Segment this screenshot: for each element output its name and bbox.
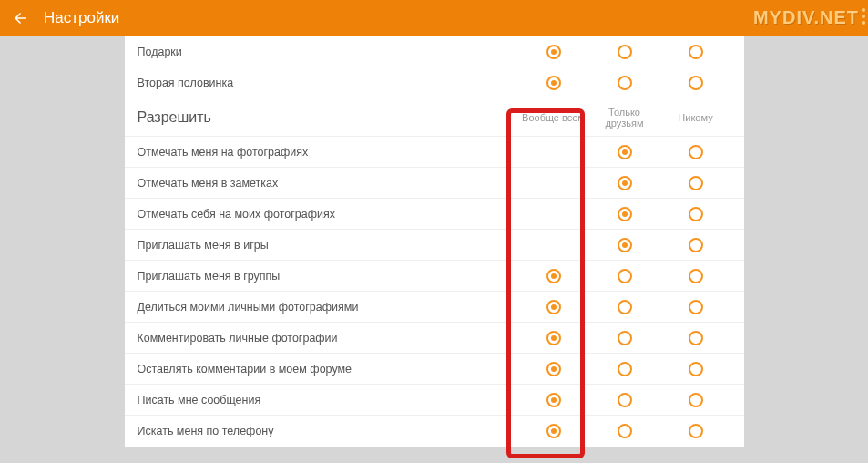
radio-cell xyxy=(518,331,589,345)
radio-button[interactable] xyxy=(618,207,632,221)
overflow-menu-icon[interactable] xyxy=(862,8,865,25)
radio-cell xyxy=(660,393,731,407)
setting-label: Искать меня по телефону xyxy=(138,425,518,437)
panel-container: ПодаркиВторая половинка Разрешить Вообще… xyxy=(0,36,868,447)
setting-row: Подарки xyxy=(125,36,744,67)
radio-button[interactable] xyxy=(689,362,703,376)
radio-cell xyxy=(589,331,660,345)
radio-button[interactable] xyxy=(546,393,561,407)
radio-button[interactable] xyxy=(546,362,561,376)
radio-button[interactable] xyxy=(689,45,703,59)
radio-cell xyxy=(660,238,731,252)
setting-label: Подарки xyxy=(138,46,518,58)
radio-button[interactable] xyxy=(618,393,632,407)
radio-button[interactable] xyxy=(546,45,561,59)
column-header-none: Никому xyxy=(660,112,731,123)
radio-button[interactable] xyxy=(546,76,561,90)
section-visibility: ПодаркиВторая половинка xyxy=(125,36,744,98)
radio-button[interactable] xyxy=(546,331,561,345)
radio-button[interactable] xyxy=(618,424,632,438)
app-header: Настройки MYDIV.NET xyxy=(0,0,868,36)
radio-button[interactable] xyxy=(618,176,632,190)
radio-button[interactable] xyxy=(618,269,632,283)
radio-button[interactable] xyxy=(689,300,703,314)
radio-cell xyxy=(589,176,660,190)
setting-row: Комментировать личные фотографии xyxy=(125,323,744,354)
radio-button[interactable] xyxy=(546,300,561,314)
setting-label: Делиться моими личными фотографиями xyxy=(138,301,518,314)
watermark-text: MYDIV.NET xyxy=(753,7,859,28)
radio-button[interactable] xyxy=(618,362,632,376)
radio-button[interactable] xyxy=(689,145,703,159)
radio-cell xyxy=(660,331,731,345)
radio-cell xyxy=(660,207,731,221)
radio-cell xyxy=(589,76,660,90)
setting-label: Отмечать себя на моих фотографиях xyxy=(138,208,518,221)
radio-cell xyxy=(660,300,731,314)
setting-label: Оставлять комментарии в моем форуме xyxy=(138,363,518,376)
setting-label: Отмечать меня на фотографиях xyxy=(138,146,518,159)
setting-row: Отмечать меня на фотографиях xyxy=(125,137,744,168)
setting-row: Вторая половинка xyxy=(125,67,744,98)
setting-label: Приглашать меня в группы xyxy=(138,270,518,283)
section-permit: Разрешить Вообще всем Только друзьям Ник… xyxy=(125,98,744,447)
radio-button[interactable] xyxy=(618,331,632,345)
radio-cell xyxy=(589,238,660,252)
radio-cell xyxy=(518,76,589,90)
setting-label: Вторая половинка xyxy=(138,77,518,89)
radio-button[interactable] xyxy=(618,76,632,90)
setting-row: Отмечать себя на моих фотографиях xyxy=(125,199,744,230)
setting-row: Приглашать меня в игры xyxy=(125,230,744,261)
radio-cell xyxy=(589,362,660,376)
radio-button[interactable] xyxy=(546,269,561,283)
radio-button[interactable] xyxy=(618,238,632,252)
radio-button[interactable] xyxy=(689,269,703,283)
section-header-row: Разрешить Вообще всем Только друзьям Ник… xyxy=(125,98,744,137)
radio-button[interactable] xyxy=(689,393,703,407)
radio-cell xyxy=(589,393,660,407)
radio-button[interactable] xyxy=(618,145,632,159)
radio-cell xyxy=(589,145,660,159)
page-title: Настройки xyxy=(44,9,119,27)
radio-cell xyxy=(660,76,731,90)
radio-cell xyxy=(589,207,660,221)
radio-cell xyxy=(589,269,660,283)
radio-cell xyxy=(518,269,589,283)
radio-button[interactable] xyxy=(689,424,703,438)
radio-cell xyxy=(518,362,589,376)
column-header-all: Вообще всем xyxy=(518,112,589,123)
setting-label: Отмечать меня в заметках xyxy=(138,177,518,190)
radio-cell xyxy=(660,424,731,438)
radio-button[interactable] xyxy=(689,207,703,221)
setting-row: Оставлять комментарии в моем форуме xyxy=(125,354,744,385)
column-header-friends: Только друзьям xyxy=(589,107,660,129)
setting-label: Писать мне сообщения xyxy=(138,394,518,406)
radio-cell xyxy=(518,393,589,407)
radio-button[interactable] xyxy=(618,45,632,59)
radio-cell xyxy=(518,424,589,438)
radio-cell xyxy=(589,300,660,314)
radio-button[interactable] xyxy=(689,76,703,90)
setting-label: Приглашать меня в игры xyxy=(138,239,518,252)
radio-cell xyxy=(660,145,731,159)
radio-button[interactable] xyxy=(689,331,703,345)
radio-button[interactable] xyxy=(689,238,703,252)
radio-cell xyxy=(660,176,731,190)
radio-cell xyxy=(660,45,731,59)
setting-label: Комментировать личные фотографии xyxy=(138,332,518,345)
radio-button[interactable] xyxy=(618,300,632,314)
setting-row: Искать меня по телефону xyxy=(125,416,744,447)
settings-panel: ПодаркиВторая половинка Разрешить Вообще… xyxy=(125,36,744,447)
radio-cell xyxy=(589,45,660,59)
setting-row: Делиться моими личными фотографиями xyxy=(125,292,744,323)
back-arrow-icon[interactable] xyxy=(11,9,29,27)
radio-cell xyxy=(518,300,589,314)
radio-button[interactable] xyxy=(689,176,703,190)
section-title: Разрешить xyxy=(138,109,518,126)
radio-button[interactable] xyxy=(546,424,561,438)
radio-cell xyxy=(660,269,731,283)
setting-row: Отмечать меня в заметках xyxy=(125,168,744,199)
setting-row: Приглашать меня в группы xyxy=(125,261,744,292)
radio-cell xyxy=(518,45,589,59)
radio-cell xyxy=(589,424,660,438)
